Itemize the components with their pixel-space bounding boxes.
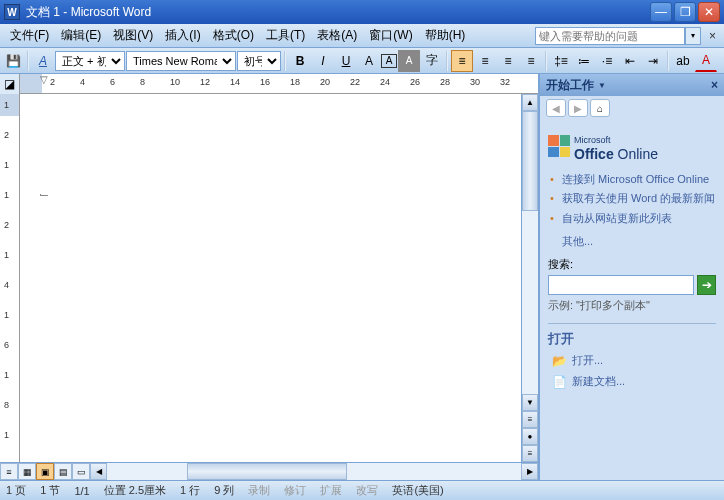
scroll-right-button[interactable]: ▶ xyxy=(521,463,538,480)
help-search-input[interactable] xyxy=(535,27,685,45)
folder-open-icon: 📂 xyxy=(552,354,566,368)
increase-indent-button[interactable]: ⇥ xyxy=(642,50,664,72)
ruler-tick: 16 xyxy=(260,77,270,87)
next-page-button[interactable]: ≡ xyxy=(522,445,538,462)
open-file-link[interactable]: 📂 打开... xyxy=(548,350,716,371)
status-ovr[interactable]: 改写 xyxy=(356,483,378,498)
text-cursor xyxy=(40,194,48,196)
ruler-tick: 30 xyxy=(470,77,480,87)
menu-bar: 文件(F) 编辑(E) 视图(V) 插入(I) 格式(O) 工具(T) 表格(A… xyxy=(0,24,724,48)
highlight-button[interactable]: ab xyxy=(672,50,694,72)
link-connect-office[interactable]: 连接到 Microsoft Office Online xyxy=(548,170,716,189)
scroll-left-button[interactable]: ◀ xyxy=(90,463,107,480)
menu-file[interactable]: 文件(F) xyxy=(4,25,55,46)
ruler-tick: 2 xyxy=(4,130,9,140)
ruler-tick: 26 xyxy=(410,77,420,87)
window-title: 文档 1 - Microsoft Word xyxy=(26,4,650,21)
ruler-tick: 4 xyxy=(4,280,9,290)
link-other[interactable]: 其他... xyxy=(548,234,716,249)
reading-view-button[interactable]: ▭ xyxy=(72,463,90,480)
menu-view[interactable]: 视图(V) xyxy=(107,25,159,46)
status-language[interactable]: 英语(美国) xyxy=(392,483,443,498)
ruler-tick: 22 xyxy=(350,77,360,87)
save-button[interactable]: 💾 xyxy=(2,50,24,72)
task-pane-back[interactable]: ◀ xyxy=(546,99,566,117)
decrease-indent-button[interactable]: ⇤ xyxy=(619,50,641,72)
task-pane-title: 开始工作 xyxy=(546,77,594,94)
task-pane-dropdown[interactable]: ▼ xyxy=(598,81,606,90)
font-color-button[interactable]: A xyxy=(695,50,717,72)
align-center-button[interactable]: ≡ xyxy=(497,50,519,72)
task-search-input[interactable] xyxy=(548,275,694,295)
document-page[interactable] xyxy=(20,94,521,462)
ruler-tick: 1 xyxy=(4,430,9,440)
print-view-button[interactable]: ▣ xyxy=(36,463,54,480)
char-border-button[interactable]: A xyxy=(381,54,397,68)
scroll-down-button[interactable]: ▼ xyxy=(522,394,538,411)
menu-format[interactable]: 格式(O) xyxy=(207,25,260,46)
vertical-scrollbar[interactable]: ▲ ▼ ≡ ● ≡ xyxy=(521,94,538,462)
ruler-tick: 24 xyxy=(380,77,390,87)
menu-insert[interactable]: 插入(I) xyxy=(159,25,206,46)
char-shading-button[interactable]: A xyxy=(398,50,420,72)
vertical-ruler[interactable]: 12112141618110 xyxy=(0,94,20,462)
doc-close-button[interactable]: × xyxy=(705,29,720,43)
status-page: 1 页 xyxy=(6,483,26,498)
numbering-button[interactable]: ≔ xyxy=(573,50,595,72)
ruler-tick: 32 xyxy=(500,77,510,87)
align-justify-button[interactable]: ≡ xyxy=(451,50,473,72)
hscroll-thumb[interactable] xyxy=(187,463,347,480)
task-pane-forward[interactable]: ▶ xyxy=(568,99,588,117)
word-icon: W xyxy=(4,4,20,20)
link-word-news[interactable]: 获取有关使用 Word 的最新新闻 xyxy=(548,189,716,208)
menu-tools[interactable]: 工具(T) xyxy=(260,25,311,46)
phonetic-button[interactable]: 字 xyxy=(421,50,443,72)
line-spacing-button[interactable]: ‡≡ xyxy=(550,50,572,72)
link-auto-update[interactable]: 自动从网站更新此列表 xyxy=(548,209,716,228)
task-search-go[interactable]: ➔ xyxy=(697,275,716,295)
ruler-tick: 4 xyxy=(80,77,85,87)
italic-button[interactable]: I xyxy=(312,50,334,72)
scroll-up-button[interactable]: ▲ xyxy=(522,94,538,111)
scroll-thumb[interactable] xyxy=(522,111,538,211)
browse-object-button[interactable]: ● xyxy=(522,428,538,445)
minimize-button[interactable]: — xyxy=(650,2,672,22)
align-left-button[interactable]: ≡ xyxy=(474,50,496,72)
web-view-button[interactable]: ▦ xyxy=(18,463,36,480)
ruler-tick: 8 xyxy=(140,77,145,87)
menu-edit[interactable]: 编辑(E) xyxy=(55,25,107,46)
close-button[interactable]: ✕ xyxy=(698,2,720,22)
menu-table[interactable]: 表格(A) xyxy=(311,25,363,46)
new-doc-icon: 📄 xyxy=(552,375,566,389)
status-position: 位置 2.5厘米 xyxy=(104,483,166,498)
font-size-select[interactable]: 初号 xyxy=(237,51,281,71)
status-rec[interactable]: 录制 xyxy=(248,483,270,498)
status-rev[interactable]: 修订 xyxy=(284,483,306,498)
underline-button[interactable]: U xyxy=(335,50,357,72)
font-select[interactable]: Times New Roman xyxy=(126,51,236,71)
menu-window[interactable]: 窗口(W) xyxy=(363,25,418,46)
style-select[interactable]: 正文 + 初号 xyxy=(55,51,125,71)
ruler-tick: 20 xyxy=(320,77,330,87)
ruler-tick: 1 xyxy=(4,370,9,380)
outline-view-button[interactable]: ▤ xyxy=(54,463,72,480)
office-online-logo: MicrosoftOffice Online xyxy=(548,130,716,162)
status-ext[interactable]: 扩展 xyxy=(320,483,342,498)
styles-formatting-button[interactable]: A xyxy=(32,50,54,72)
bold-button[interactable]: B xyxy=(289,50,311,72)
normal-view-button[interactable]: ≡ xyxy=(0,463,18,480)
align-right-button[interactable]: ≡ xyxy=(520,50,542,72)
new-document-link[interactable]: 📄 新建文档... xyxy=(548,371,716,392)
ruler-corner: ◪ xyxy=(0,74,20,94)
bullets-button[interactable]: ∙≡ xyxy=(596,50,618,72)
ruler-tick: 10 xyxy=(170,77,180,87)
task-pane-close[interactable]: × xyxy=(711,78,718,92)
horizontal-ruler[interactable]: ▽ 2468101214161820222426283032 xyxy=(20,74,538,93)
horizontal-scrollbar[interactable]: ◀ ▶ xyxy=(90,463,538,480)
outline-button[interactable]: A xyxy=(358,50,380,72)
help-search-dropdown[interactable]: ▾ xyxy=(685,27,701,45)
task-pane-home[interactable]: ⌂ xyxy=(590,99,610,117)
maximize-button[interactable]: ❐ xyxy=(674,2,696,22)
prev-page-button[interactable]: ≡ xyxy=(522,411,538,428)
menu-help[interactable]: 帮助(H) xyxy=(419,25,472,46)
